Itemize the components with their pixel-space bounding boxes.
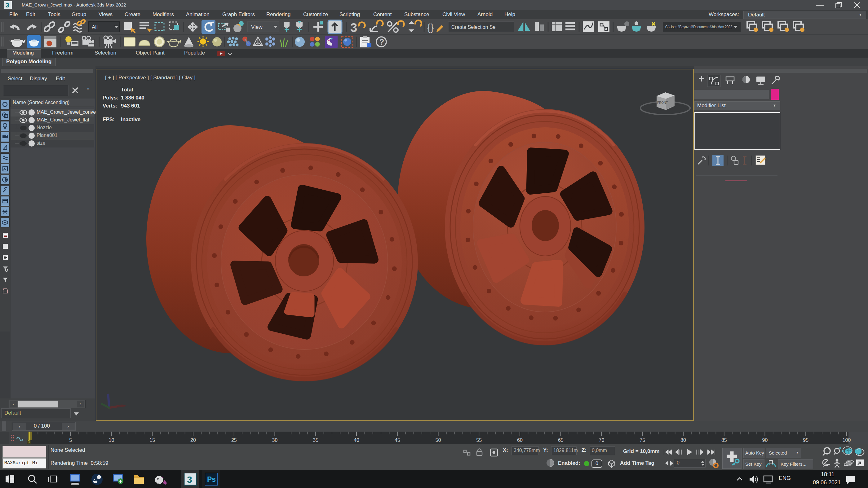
- svg-text:View: View: [251, 24, 262, 30]
- svg-text:85: 85: [721, 437, 727, 443]
- svg-text:»: »: [87, 86, 89, 91]
- svg-text:3: 3: [350, 21, 357, 34]
- svg-text:0: 0: [28, 439, 30, 444]
- svg-text:All: All: [92, 24, 98, 30]
- svg-text:15: 15: [149, 437, 155, 443]
- svg-text:Create Selection Se: Create Selection Se: [452, 25, 495, 30]
- svg-text:30: 30: [272, 437, 278, 443]
- svg-text:100: 100: [843, 437, 851, 443]
- svg-text:55: 55: [476, 437, 482, 443]
- svg-text:95: 95: [803, 437, 808, 443]
- svg-text:35: 35: [313, 437, 318, 443]
- svg-text:90: 90: [762, 437, 768, 443]
- svg-text:C:\Users\Bayazoff\Documents\3d: C:\Users\Bayazoff\Documents\3ds Max 2022: [665, 25, 732, 29]
- svg-text:65: 65: [558, 437, 564, 443]
- svg-text:3: 3: [187, 475, 192, 485]
- svg-text:60: 60: [517, 437, 523, 443]
- svg-text:80: 80: [680, 437, 686, 443]
- svg-text:20: 20: [190, 437, 196, 443]
- svg-text:?: ?: [379, 37, 384, 46]
- svg-text:Ps: Ps: [207, 475, 216, 483]
- svg-text:3: 3: [6, 2, 9, 9]
- svg-text:70: 70: [599, 437, 604, 443]
- svg-text:40: 40: [354, 437, 359, 443]
- svg-text:FRONT: FRONT: [657, 101, 668, 104]
- svg-text:10: 10: [109, 437, 114, 443]
- svg-text:50: 50: [436, 437, 441, 443]
- svg-text:45: 45: [395, 437, 400, 443]
- svg-text:{}: {}: [427, 22, 434, 33]
- svg-text:25: 25: [231, 437, 237, 443]
- svg-text:5: 5: [69, 437, 72, 443]
- svg-text:75: 75: [640, 437, 645, 443]
